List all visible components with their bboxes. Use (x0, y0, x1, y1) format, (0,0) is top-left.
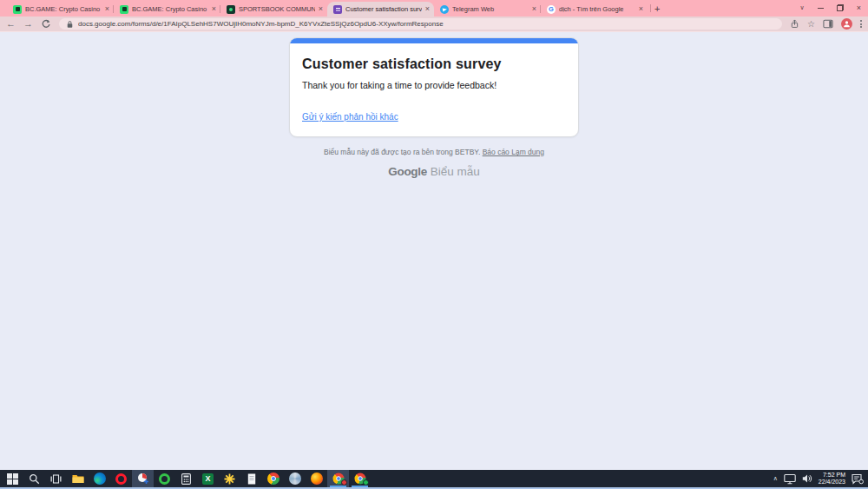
clock-date: 22/4/2023 (819, 479, 845, 486)
calculator-icon (181, 473, 191, 485)
telegram-favicon (440, 5, 449, 14)
green-circle-app-icon (159, 473, 170, 485)
yellow-gear-app-button[interactable] (219, 470, 240, 487)
google-forms-logo: Google Biểu mẫu (0, 165, 868, 178)
form-response-card: Customer satisfaction survey Thank you f… (289, 37, 579, 137)
reload-icon[interactable] (41, 19, 51, 30)
google-logo-text: Google (388, 165, 427, 178)
form-footer-notice: Biểu mẫu này đã được tạo ra bên trong BE… (0, 148, 868, 156)
globe-app-button[interactable] (284, 470, 306, 487)
share-icon[interactable] (790, 19, 799, 29)
browser-menu-icon[interactable] (860, 20, 862, 28)
person-icon (843, 20, 851, 28)
bcgame-favicon (120, 5, 128, 14)
task-view-icon (50, 473, 62, 485)
clock-time: 7:52 PM (819, 472, 845, 479)
form-title: Customer satisfaction survey (302, 56, 566, 72)
chrome-profile-red-button[interactable] (327, 470, 349, 487)
taskbar-clock[interactable]: 7:52 PM 22/4/2023 (819, 472, 845, 486)
file-explorer-button[interactable] (67, 470, 89, 487)
profile-badge-red (341, 479, 347, 486)
minimize-icon[interactable] (818, 8, 824, 9)
window-controls: ∨ × (800, 0, 861, 16)
tab-close-icon[interactable]: × (105, 5, 109, 13)
folder-icon (72, 473, 84, 484)
bcgame-favicon (13, 5, 22, 14)
submit-another-response-link[interactable]: Gửi ý kiến phản hồi khác (302, 112, 398, 122)
tab-title: Customer satisfaction survey (345, 5, 422, 13)
profile-avatar[interactable] (841, 18, 852, 30)
opera-icon (115, 473, 127, 485)
tab-close-icon[interactable]: × (425, 5, 430, 13)
firefox-icon (311, 472, 323, 485)
tab-strip: BC.GAME: Crypto Casino Games × BC.GAME: … (0, 0, 868, 17)
chrome-profile-green-button[interactable] (349, 470, 371, 487)
tab-customer-survey-active[interactable]: Customer satisfaction survey × (327, 2, 434, 17)
back-icon[interactable]: ← (6, 19, 16, 29)
tab-close-icon[interactable]: × (639, 5, 643, 13)
side-panel-icon[interactable] (823, 19, 833, 29)
tab-telegram[interactable]: Telegram Web × (434, 2, 541, 17)
address-bar[interactable]: docs.google.com/forms/d/e/1FAIpQLSehHS7W… (59, 18, 782, 30)
chrome-icon (267, 472, 279, 485)
edge-icon (94, 472, 106, 485)
windows-taskbar: X ∧ (0, 470, 868, 489)
globe-app-icon (289, 472, 301, 485)
notepad-button[interactable] (240, 470, 262, 487)
form-page: Customer satisfaction survey Thank you f… (0, 32, 868, 470)
tab-close-icon[interactable]: × (319, 5, 323, 13)
tab-close-icon[interactable]: × (212, 5, 216, 13)
tray-chevron-icon[interactable]: ∧ (773, 475, 778, 482)
excel-button[interactable]: X (197, 470, 219, 487)
form-card-body: Customer satisfaction survey Thank you f… (290, 43, 578, 136)
sportsbook-favicon (227, 5, 235, 14)
report-abuse-link[interactable]: Báo cáo Lạm dụng (483, 148, 544, 156)
system-tray: ∧ 7:52 PM 22/4/2023 (773, 470, 868, 487)
tab-title: dịch - Tìm trên Google (559, 5, 635, 13)
calculator-button[interactable] (175, 470, 197, 487)
lock-icon (66, 20, 74, 29)
yellow-gear-icon (224, 473, 235, 485)
browser-toolbar: ← → docs.google.com/forms/d/e/1FAIpQLSeh… (0, 17, 868, 32)
edge-button[interactable] (89, 470, 110, 487)
tab-bcgame-2[interactable]: BC.GAME: Crypto Casino Games × (114, 2, 220, 17)
forward-icon[interactable]: → (23, 19, 33, 29)
display-network-icon[interactable] (784, 473, 796, 485)
chrome-button[interactable] (262, 470, 284, 487)
firefox-button[interactable] (306, 470, 327, 487)
close-icon[interactable]: × (857, 3, 861, 12)
opera-button[interactable] (110, 470, 132, 487)
google-favicon: G (547, 5, 556, 14)
tab-close-icon[interactable]: × (532, 5, 536, 13)
search-icon (29, 473, 40, 485)
tab-title: BC.GAME: Crypto Casino Games (132, 5, 208, 13)
action-center-icon[interactable] (852, 473, 864, 485)
green-circle-app-button[interactable] (154, 470, 175, 487)
task-view-button[interactable] (45, 470, 67, 487)
tab-search-chevron-icon[interactable]: ∨ (800, 4, 805, 11)
toolbar-actions: ☆ (790, 18, 862, 30)
tab-google-search[interactable]: G dịch - Tìm trên Google × (541, 2, 648, 17)
tab-title: BC.GAME: Crypto Casino Games (25, 5, 102, 13)
google-forms-favicon (333, 5, 342, 14)
new-tab-button[interactable]: + (654, 2, 660, 16)
tab-title: Telegram Web (452, 5, 529, 13)
tab-title: SPORTSBOOK COMMUNITY SUR (239, 5, 315, 13)
tab-sportsbook[interactable]: SPORTSBOOK COMMUNITY SUR × (220, 2, 327, 17)
start-button[interactable] (2, 470, 23, 487)
windows-logo-icon (7, 473, 18, 485)
new-tab-area: + (648, 0, 660, 17)
form-confirmation-message: Thank you for taking a time to provide f… (302, 80, 566, 90)
created-inside-text: Biểu mẫu này đã được tạo ra bên trong BE… (324, 148, 480, 156)
forms-logo-text: Biểu mẫu (431, 165, 480, 178)
volume-icon[interactable] (802, 473, 812, 484)
bookmark-star-icon[interactable]: ☆ (807, 19, 815, 29)
excel-icon: X (202, 473, 214, 485)
notepad-icon (247, 473, 256, 485)
taskbar-search-button[interactable] (23, 470, 45, 487)
url-text: docs.google.com/forms/d/e/1FAIpQLSehHS7W… (78, 20, 444, 28)
restore-icon[interactable] (837, 4, 844, 11)
desktop-screen: BC.GAME: Crypto Casino Games × BC.GAME: … (0, 0, 868, 489)
tab-bcgame-1[interactable]: BC.GAME: Crypto Casino Games × (7, 2, 114, 17)
pie-chart-app-button[interactable] (132, 470, 154, 487)
